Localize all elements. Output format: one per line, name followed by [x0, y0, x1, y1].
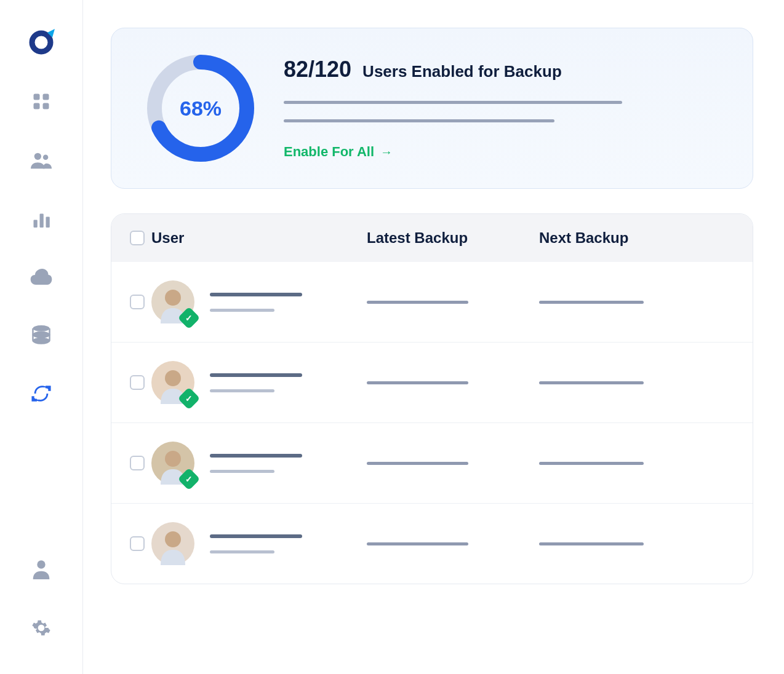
row-checkbox[interactable] [130, 456, 145, 470]
svg-rect-1 [34, 94, 40, 100]
sync-icon [31, 383, 52, 404]
users-icon [31, 151, 52, 169]
svg-point-12 [33, 338, 49, 344]
nav-list [29, 89, 54, 557]
placeholder-line [210, 534, 302, 538]
select-all-checkbox[interactable] [130, 231, 145, 245]
user-cell [151, 522, 367, 565]
placeholder-line [210, 470, 274, 473]
placeholder-line [367, 381, 468, 384]
avatar: ✓ [151, 280, 194, 323]
placeholder-line [539, 381, 644, 384]
svg-rect-3 [34, 103, 40, 109]
table-row [111, 503, 753, 584]
row-checkbox[interactable] [130, 295, 145, 309]
svg-rect-9 [46, 217, 50, 228]
progress-percent: 68% [180, 97, 222, 121]
user-cell: ✓ [151, 361, 367, 404]
summary-placeholder-lines [284, 101, 719, 122]
arrow-right-icon: → [380, 145, 393, 159]
table-row: ✓ [111, 262, 753, 342]
progress-ring: 68% [145, 53, 256, 164]
svg-point-13 [37, 560, 45, 568]
nav-bottom [29, 557, 54, 674]
nav-profile[interactable] [29, 557, 54, 582]
nav-users[interactable] [29, 148, 54, 172]
placeholder-line [284, 119, 554, 122]
avatar [151, 522, 194, 565]
svg-rect-8 [40, 214, 44, 228]
svg-rect-4 [43, 103, 49, 109]
user-cell: ✓ [151, 280, 367, 323]
users-table: User Latest Backup Next Backup ✓✓✓ [111, 213, 753, 584]
svg-point-15 [165, 290, 181, 306]
bar-chart-icon [32, 209, 50, 228]
sidebar [0, 0, 83, 674]
placeholder-line [367, 542, 468, 545]
placeholder-line [210, 373, 302, 377]
summary-info: 82/120 Users Enabled for Backup Enable F… [284, 57, 719, 160]
gear-icon [31, 618, 51, 638]
nav-settings[interactable] [29, 616, 54, 640]
summary-fraction: 82/120 [284, 57, 351, 82]
placeholder-line [210, 389, 274, 392]
cloud-icon [30, 269, 52, 285]
svg-rect-7 [34, 220, 38, 228]
person-icon [33, 560, 50, 579]
svg-rect-2 [43, 94, 49, 100]
placeholder-line [539, 301, 644, 304]
enable-label: Enable For All [284, 144, 374, 160]
svg-point-10 [33, 325, 49, 331]
database-icon [32, 325, 50, 345]
svg-point-16 [165, 370, 181, 386]
avatar: ✓ [151, 361, 194, 404]
placeholder-line [210, 454, 302, 458]
svg-point-6 [43, 155, 49, 161]
table-header: User Latest Backup Next Backup [111, 214, 753, 262]
nav-database[interactable] [29, 323, 54, 347]
placeholder-line [367, 301, 468, 304]
nav-analytics[interactable] [29, 206, 54, 231]
svg-point-0 [32, 33, 50, 52]
user-cell: ✓ [151, 442, 367, 485]
placeholder-line [367, 462, 468, 465]
col-latest-header[interactable]: Latest Backup [367, 229, 539, 247]
row-checkbox[interactable] [130, 536, 145, 551]
table-row: ✓ [111, 342, 753, 422]
placeholder-line [539, 542, 644, 545]
table-row: ✓ [111, 422, 753, 503]
placeholder-line [210, 550, 274, 553]
placeholder-line [210, 293, 302, 296]
nav-sync[interactable] [29, 381, 54, 406]
svg-point-11 [33, 331, 49, 338]
grid-icon [32, 92, 50, 111]
summary-card: 68% 82/120 Users Enabled for Backup Enab… [111, 28, 753, 189]
nav-cloud[interactable] [29, 264, 54, 289]
main-content: 68% 82/120 Users Enabled for Backup Enab… [83, 0, 784, 674]
placeholder-line [539, 462, 644, 465]
svg-point-18 [165, 531, 181, 547]
table-body: ✓✓✓ [111, 262, 753, 584]
summary-label: Users Enabled for Backup [362, 62, 562, 81]
row-checkbox[interactable] [130, 375, 145, 390]
app-logo [28, 28, 55, 55]
col-user-header[interactable]: User [151, 229, 367, 247]
placeholder-line [210, 309, 274, 312]
placeholder-line [284, 101, 622, 104]
nav-dashboard[interactable] [29, 89, 54, 114]
enable-for-all-link[interactable]: Enable For All → [284, 144, 393, 160]
svg-point-17 [165, 451, 181, 467]
col-next-header[interactable]: Next Backup [539, 229, 734, 247]
avatar: ✓ [151, 442, 194, 485]
svg-point-5 [34, 153, 41, 160]
